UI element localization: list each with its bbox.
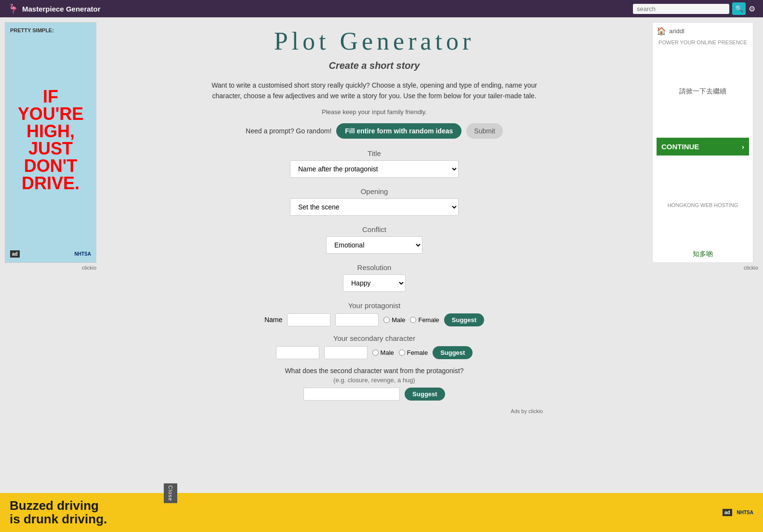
wants-section: What does the second character want from… — [206, 367, 543, 401]
right-ad-hosting: HONGKONG WEB HOSTING — [657, 202, 749, 208]
left-ad-footer: ad NHTSA — [10, 250, 91, 258]
secondary-female-radio[interactable] — [399, 350, 405, 356]
secondary-first-name-input[interactable] — [276, 346, 319, 359]
page-subtitle: Create a short story — [329, 60, 420, 71]
left-ad-label: PRETTY SIMPLE: — [10, 27, 91, 33]
title-select[interactable]: Name after the protagonist Custom title … — [290, 160, 459, 178]
search-button[interactable]: 🔍 — [732, 2, 746, 15]
header: 🦩 Masterpiece Generator 🔍 ⚙ — [0, 0, 763, 17]
protagonist-female-label: Female — [418, 316, 439, 324]
opening-form-group: Opening Set the scene Start with action … — [206, 187, 543, 216]
right-sidebar: 🏠 ariddl POWER YOUR ONLINE PRESENCE 請掀一下… — [647, 17, 763, 532]
secondary-male-label: Male — [381, 349, 394, 356]
random-row: Need a prompt? Go random! Fill entire fo… — [246, 123, 503, 139]
protagonist-female-radio[interactable] — [410, 317, 416, 323]
left-ad: PRETTY SIMPLE: IF YOU'RE HIGH, JUST DON'… — [5, 22, 96, 263]
left-sidebar: PRETTY SIMPLE: IF YOU'RE HIGH, JUST DON'… — [0, 17, 101, 532]
header-right: 🔍 ⚙ — [633, 2, 755, 15]
protagonist-male-radio-group: Male — [383, 316, 405, 324]
resolution-label: Resolution — [357, 263, 392, 272]
bottom-ad-right: ad NHTSA — [723, 509, 753, 516]
bottom-ad-line2: is drunk driving. — [10, 512, 107, 526]
opening-select[interactable]: Set the scene Start with action Start wi… — [290, 198, 459, 216]
clickio-left: clickio — [5, 265, 96, 271]
settings-icon[interactable]: ⚙ — [749, 4, 755, 13]
layout: PRETTY SIMPLE: IF YOU'RE HIGH, JUST DON'… — [0, 17, 763, 532]
bottom-ad-badge: ad — [723, 509, 732, 516]
protagonist-section: Your protagonist Name Male Female Sugges… — [206, 301, 543, 326]
house-icon: 🏠 — [657, 26, 666, 36]
main-content: Plot Generator Create a short story Want… — [101, 17, 647, 532]
submit-button[interactable]: Submit — [466, 123, 503, 139]
wants-title: What does the second character want from… — [206, 367, 543, 375]
left-ad-main-text: IF YOU'RE HIGH, JUST DON'T DRIVE. — [10, 88, 91, 192]
continue-arrow-icon: › — [742, 143, 744, 151]
secondary-section: Your secondary character Male Female Sug… — [206, 334, 543, 359]
right-ad-header: 🏠 ariddl — [657, 26, 749, 36]
right-ad-power-text: POWER YOUR ONLINE PRESENCE — [657, 39, 749, 45]
right-ad-brand: ariddl — [669, 27, 684, 35]
search-input[interactable] — [633, 4, 729, 14]
conflict-form-group: Conflict Emotional Physical Moral Existe… — [206, 225, 543, 254]
protagonist-male-radio[interactable] — [383, 317, 390, 323]
protagonist-name-label: Name — [264, 316, 282, 324]
right-ad-content: POWER YOUR ONLINE PRESENCE 請掀一下去繼續 CONTI… — [657, 39, 749, 259]
bottom-ad-line1: Buzzed driving — [10, 499, 107, 513]
random-prompt-text: Need a prompt? Go random! — [246, 127, 331, 135]
fill-random-button[interactable]: Fill entire form with random ideas — [336, 123, 461, 139]
secondary-male-radio[interactable] — [372, 350, 379, 356]
resolution-form-group: Resolution Happy Sad Bittersweet Open-en… — [206, 263, 543, 292]
site-title: Masterpiece Generator — [22, 5, 101, 13]
secondary-row: Male Female Suggest — [206, 346, 543, 359]
wants-row: Suggest — [206, 388, 543, 401]
protagonist-row: Name Male Female Suggest — [206, 313, 543, 326]
ads-by: Ads by clickio — [206, 408, 543, 414]
resolution-select[interactable]: Happy Sad Bittersweet Open-ended — [343, 274, 406, 292]
opening-label: Opening — [361, 187, 388, 195]
left-ad-content: IF YOU'RE HIGH, JUST DON'T DRIVE. — [10, 33, 91, 247]
protagonist-last-name-input[interactable] — [335, 313, 379, 326]
title-form-group: Title Name after the protagonist Custom … — [206, 149, 543, 178]
secondary-female-label: Female — [407, 349, 428, 356]
nhtsa-logo: NHTSA — [75, 251, 91, 257]
secondary-title: Your secondary character — [206, 334, 543, 342]
bottom-ad-text: Buzzed driving is drunk driving. — [10, 499, 107, 526]
bottom-ad-banner: Close Buzzed driving is drunk driving. a… — [0, 493, 763, 532]
protagonist-title: Your protagonist — [206, 301, 543, 310]
bottom-nhtsa-logo: NHTSA — [737, 510, 753, 515]
protagonist-suggest-button[interactable]: Suggest — [444, 313, 484, 326]
conflict-select[interactable]: Emotional Physical Moral Existential — [326, 236, 422, 254]
protagonist-female-radio-group: Female — [410, 316, 439, 324]
right-ad-box: 🏠 ariddl POWER YOUR ONLINE PRESENCE 請掀一下… — [652, 22, 753, 263]
family-friendly-note: Please keep your input family friendly. — [322, 108, 427, 116]
secondary-suggest-button[interactable]: Suggest — [433, 346, 473, 359]
title-label: Title — [368, 149, 381, 157]
continue-button[interactable]: CONTINUE › — [657, 138, 749, 156]
continue-label: CONTINUE — [661, 143, 699, 151]
close-ad-button[interactable]: Close — [164, 483, 177, 503]
secondary-male-radio-group: Male — [372, 349, 394, 356]
secondary-last-name-input[interactable] — [324, 346, 368, 359]
wants-suggest-button[interactable]: Suggest — [405, 388, 445, 401]
right-ad-zhiduo: 知多啲 — [657, 250, 749, 259]
wants-input[interactable] — [303, 388, 400, 401]
secondary-female-radio-group: Female — [399, 349, 428, 356]
protagonist-male-label: Male — [392, 316, 405, 324]
page-title: Plot Generator — [274, 27, 475, 55]
protagonist-first-name-input[interactable] — [287, 313, 330, 326]
clickio-right: clickio — [652, 265, 758, 271]
ad-badge: ad — [10, 250, 20, 258]
conflict-label: Conflict — [362, 225, 386, 234]
right-ad-chinese-text: 請掀一下去繼續 — [657, 87, 749, 96]
page-description: Want to write a customised short story r… — [206, 80, 543, 102]
header-left: 🦩 Masterpiece Generator — [8, 3, 101, 14]
wants-subtitle: (e.g. closure, revenge, a hug) — [206, 376, 543, 384]
logo-icon: 🦩 — [8, 3, 18, 14]
